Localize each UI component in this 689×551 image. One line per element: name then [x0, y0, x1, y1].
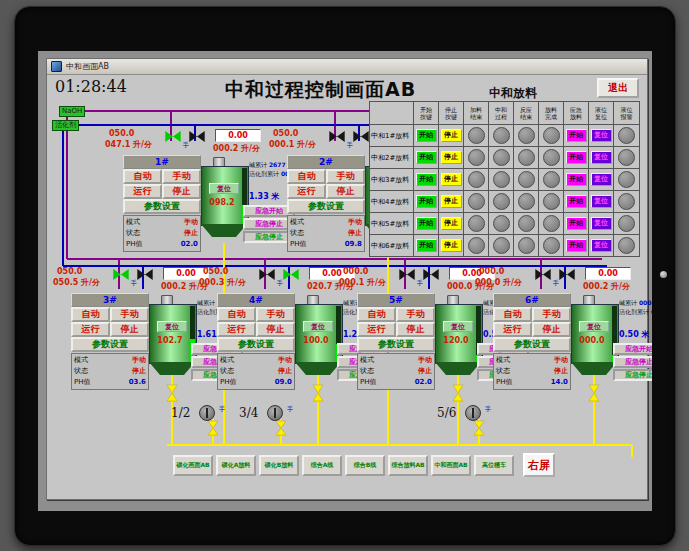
- row-emergency-button[interactable]: 开始: [566, 195, 587, 208]
- auto-button[interactable]: 自动: [287, 169, 326, 184]
- alkali-value: 0000: [639, 299, 652, 306]
- row-start-button[interactable]: 开始: [416, 129, 437, 142]
- row-reset-button[interactable]: 复位: [591, 129, 612, 142]
- params-button[interactable]: 参数设置: [71, 337, 149, 352]
- params-button[interactable]: 参数设置: [493, 337, 571, 352]
- pump-icon[interactable]: [267, 405, 283, 421]
- tank-reset-button[interactable]: 复位: [303, 321, 333, 332]
- ph-label: PH值: [126, 239, 143, 250]
- valve-icon[interactable]: [283, 269, 299, 280]
- row-emergency-button[interactable]: 开始: [566, 151, 587, 164]
- stop-button[interactable]: 停止: [396, 322, 435, 337]
- run-button[interactable]: 运行: [287, 184, 326, 199]
- valve-icon[interactable]: [259, 269, 275, 280]
- pump-unit: 5/6 手: [437, 405, 491, 421]
- window-titlebar[interactable]: 中和画面AB: [47, 59, 647, 75]
- emergency-start-button[interactable]: 应急开始: [613, 343, 652, 355]
- row-emergency-button[interactable]: 开始: [566, 217, 587, 230]
- nav-button[interactable]: 综合A线: [302, 455, 342, 476]
- row-start-button[interactable]: 开始: [416, 217, 437, 230]
- manual-button[interactable]: 手动: [162, 169, 201, 184]
- level-alarm-lamp: [618, 215, 635, 232]
- row-start-button[interactable]: 开始: [416, 195, 437, 208]
- valve-icon[interactable]: [137, 269, 153, 280]
- nav-button[interactable]: 综合B线: [345, 455, 385, 476]
- ph-value: 09.0: [275, 377, 292, 388]
- auto-button[interactable]: 自动: [357, 307, 396, 322]
- valve-icon[interactable]: [535, 269, 551, 280]
- stop-button[interactable]: 停止: [326, 184, 365, 199]
- ph-value: 02.0: [181, 239, 198, 250]
- valve-icon[interactable]: [399, 269, 415, 280]
- row-emergency-button[interactable]: 开始: [566, 239, 587, 252]
- row-reset-button[interactable]: 复位: [591, 195, 612, 208]
- emergency-stop-button[interactable]: 应急停止: [613, 356, 652, 368]
- nav-button[interactable]: 高位槽车: [474, 455, 514, 476]
- params-button[interactable]: 参数设置: [357, 337, 435, 352]
- valve-icon[interactable]: [329, 131, 345, 142]
- row-reset-button[interactable]: 复位: [591, 173, 612, 186]
- exit-button[interactable]: 退出: [597, 78, 639, 98]
- row-reset-button[interactable]: 复位: [591, 151, 612, 164]
- level-alarm-lamp: [618, 149, 635, 166]
- run-button[interactable]: 运行: [357, 322, 396, 337]
- tank-reset-button[interactable]: 复位: [157, 321, 187, 332]
- row-stop-button[interactable]: 停止: [441, 129, 462, 142]
- row-start-button[interactable]: 开始: [416, 173, 437, 186]
- auto-button[interactable]: 自动: [71, 307, 110, 322]
- nav-button[interactable]: 中和画面AB: [431, 455, 471, 476]
- nav-button[interactable]: 磺化B放料: [259, 455, 299, 476]
- stop-button[interactable]: 停止: [532, 322, 571, 337]
- row-start-button[interactable]: 开始: [416, 151, 437, 164]
- pump-icon[interactable]: [465, 405, 481, 421]
- valve-icon[interactable]: [353, 131, 369, 142]
- right-screen-button[interactable]: 右屏: [523, 453, 555, 477]
- tank-cone: [571, 362, 617, 375]
- nav-button[interactable]: 磺化画面AB: [173, 455, 213, 476]
- stop-button[interactable]: 停止: [110, 322, 149, 337]
- row-emergency-button[interactable]: 开始: [566, 129, 587, 142]
- run-button[interactable]: 运行: [71, 322, 110, 337]
- row-stop-button[interactable]: 停止: [441, 217, 462, 230]
- valve-icon[interactable]: [165, 131, 181, 142]
- auto-button[interactable]: 自动: [217, 307, 256, 322]
- flow-display: 0.00: [585, 267, 631, 280]
- manual-button[interactable]: 手动: [532, 307, 571, 322]
- table-column-header: 应急放料: [564, 102, 589, 124]
- manual-button[interactable]: 手动: [110, 307, 149, 322]
- tank-reset-button[interactable]: 复位: [209, 183, 239, 194]
- row-reset-button[interactable]: 复位: [591, 239, 612, 252]
- auto-button[interactable]: 自动: [123, 169, 162, 184]
- nav-button[interactable]: 磺化A放料: [216, 455, 256, 476]
- row-stop-button[interactable]: 停止: [441, 173, 462, 186]
- row-stop-button[interactable]: 停止: [441, 195, 462, 208]
- tank-reset-button[interactable]: 复位: [579, 321, 609, 332]
- state-label: 状态: [74, 366, 88, 377]
- valve-icon[interactable]: [113, 269, 129, 280]
- params-button[interactable]: 参数设置: [217, 337, 295, 352]
- manual-button[interactable]: 手动: [256, 307, 295, 322]
- row-emergency-button[interactable]: 开始: [566, 173, 587, 186]
- valve-icon[interactable]: [559, 269, 575, 280]
- row-reset-button[interactable]: 复位: [591, 217, 612, 230]
- run-button[interactable]: 运行: [217, 322, 256, 337]
- run-button[interactable]: 运行: [493, 322, 532, 337]
- run-button[interactable]: 运行: [123, 184, 162, 199]
- manual-button[interactable]: 手动: [326, 169, 365, 184]
- params-button[interactable]: 参数设置: [123, 199, 201, 214]
- row-start-button[interactable]: 开始: [416, 239, 437, 252]
- status-box: 模式手动 状态停止 PH值03.6: [71, 353, 149, 390]
- valve-icon[interactable]: [189, 131, 205, 142]
- row-stop-button[interactable]: 停止: [441, 151, 462, 164]
- stop-button[interactable]: 停止: [162, 184, 201, 199]
- auto-button[interactable]: 自动: [493, 307, 532, 322]
- params-button[interactable]: 参数设置: [287, 199, 365, 214]
- valve-icon[interactable]: [423, 269, 439, 280]
- pump-icon[interactable]: [199, 405, 215, 421]
- nav-button[interactable]: 综合放料AB: [388, 455, 428, 476]
- row-stop-button[interactable]: 停止: [441, 239, 462, 252]
- tank-reset-button[interactable]: 复位: [443, 321, 473, 332]
- stop-button[interactable]: 停止: [256, 322, 295, 337]
- manual-button[interactable]: 手动: [396, 307, 435, 322]
- emergency-stop-indicator[interactable]: 应急停止: [613, 369, 652, 381]
